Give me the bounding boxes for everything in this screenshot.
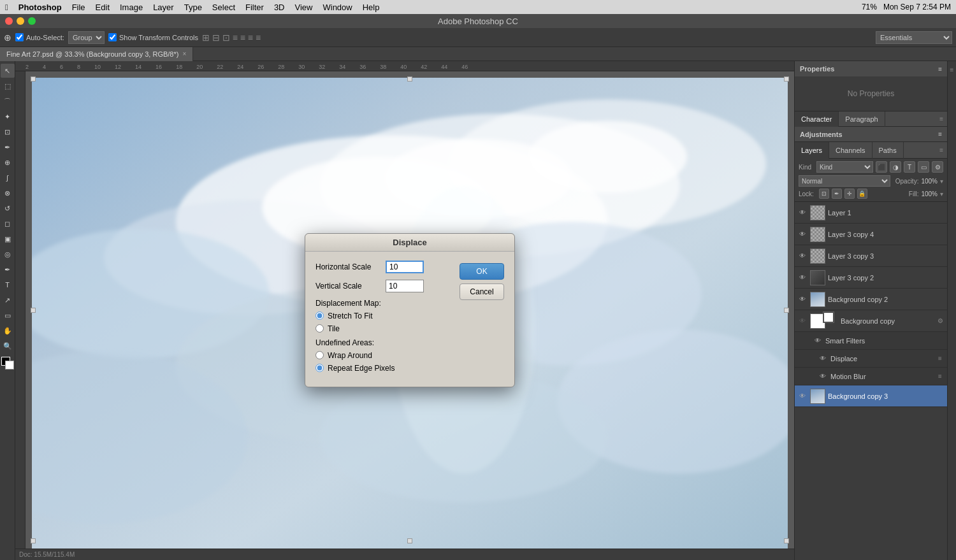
smart-filter-visibility[interactable]: 👁 [813, 336, 823, 346]
tab-character[interactable]: Character [795, 111, 839, 127]
canvas-handle-br[interactable] [784, 538, 789, 543]
auto-select-dropdown[interactable]: Group [68, 31, 105, 44]
foreground-color[interactable] [1, 357, 14, 370]
fill-expand[interactable]: ▾ [940, 190, 943, 197]
filter-type-icon[interactable]: T [904, 161, 915, 173]
document-tab[interactable]: Fine Art 27.psd @ 33.3% (Background copy… [0, 47, 193, 61]
workspace-dropdown[interactable]: Essentials [876, 31, 952, 44]
properties-collapse-icon[interactable]: ≡ [938, 66, 942, 73]
lock-position-icon[interactable]: ✛ [844, 189, 855, 199]
history-brush-tool[interactable]: ↺ [1, 201, 15, 215]
tab-paths[interactable]: Paths [873, 142, 904, 159]
canvas-handle-bl[interactable] [31, 538, 36, 543]
marquee-tool[interactable]: ⬚ [1, 79, 15, 93]
canvas-handle-ml[interactable] [31, 308, 36, 313]
spot-heal-tool[interactable]: ⊕ [1, 155, 15, 169]
text-tool[interactable]: T [1, 278, 15, 292]
layer-item[interactable]: 👁 Background copy 2 [795, 289, 947, 310]
document-tab-close[interactable]: × [182, 50, 186, 57]
layer-visibility-icon[interactable]: 👁 [797, 294, 808, 305]
blend-mode-dropdown[interactable]: Normal [799, 175, 890, 187]
lock-image-icon[interactable]: ✒ [832, 189, 842, 199]
smart-filters-header[interactable]: 👁 Smart Filters [795, 332, 947, 350]
strip-icon[interactable]: ≡ [950, 66, 954, 73]
menu-window[interactable]: Window [322, 3, 352, 12]
hand-tool[interactable]: ✋ [1, 324, 15, 338]
tab-layers[interactable]: Layers [795, 142, 829, 159]
menu-file[interactable]: File [72, 3, 85, 12]
lock-all-icon[interactable]: 🔒 [857, 189, 867, 199]
layer-visibility-icon[interactable]: 👁 [797, 229, 808, 240]
pen-tool[interactable]: ✒ [1, 262, 15, 276]
menu-layer[interactable]: Layer [153, 3, 174, 12]
close-window-button[interactable] [5, 17, 13, 25]
repeat-edge-pixels-radio[interactable] [315, 364, 324, 372]
gradient-tool[interactable]: ▣ [1, 232, 15, 246]
layer-item-active[interactable]: 👁 Background copy 3 [795, 385, 947, 407]
stretch-to-fit-radio[interactable] [315, 312, 324, 320]
quick-select-tool[interactable]: ✦ [1, 110, 15, 124]
layer-item[interactable]: 👁 Layer 3 copy 3 [795, 245, 947, 267]
smart-filter-item[interactable]: 👁 Displace ≡ [795, 350, 947, 368]
ok-button[interactable]: OK [460, 263, 504, 280]
filter-type-dropdown[interactable]: Kind [816, 161, 873, 173]
canvas-handle-tr[interactable] [784, 76, 789, 82]
filter-smart-icon[interactable]: ⚙ [932, 161, 943, 173]
crop-tool[interactable]: ⊡ [1, 125, 15, 139]
layer-visibility-icon[interactable]: 👁 [797, 273, 808, 283]
canvas-handle-mr[interactable] [784, 308, 789, 313]
filter-adjust-icon[interactable]: ◑ [890, 161, 901, 173]
layer-visibility-icon[interactable]: 👁 [797, 208, 808, 218]
lock-transparent-icon[interactable]: ⊡ [819, 189, 829, 199]
layer-options-icon[interactable]: ⚙ [936, 317, 945, 326]
horizontal-scale-input[interactable] [386, 261, 424, 273]
transform-controls-checkbox[interactable] [108, 33, 117, 41]
menu-select[interactable]: Select [212, 3, 235, 12]
layers-panel-options[interactable]: ≡ [939, 147, 943, 154]
layer-item[interactable]: 👁 Background copy ⚙ [795, 310, 947, 332]
menu-3d[interactable]: 3D [274, 3, 285, 12]
auto-select-checkbox[interactable] [15, 33, 24, 41]
layer-item[interactable]: 👁 Layer 3 copy 4 [795, 224, 947, 245]
menu-filter[interactable]: Filter [245, 3, 264, 12]
tab-channels[interactable]: Channels [829, 142, 872, 159]
filter-visibility-icon[interactable]: 👁 [818, 371, 828, 382]
tab-paragraph[interactable]: Paragraph [839, 111, 885, 127]
canvas-handle-tl[interactable] [31, 76, 36, 82]
move-tool[interactable]: ↖ [1, 64, 15, 78]
filter-pixel-icon[interactable]: ⬛ [876, 161, 887, 173]
maximize-window-button[interactable] [28, 17, 36, 25]
filter-visibility-icon[interactable]: 👁 [818, 354, 828, 364]
canvas-handle-tc[interactable] [407, 76, 412, 82]
opacity-expand[interactable]: ▾ [940, 178, 943, 185]
layer-visibility-icon[interactable]: 👁 [797, 251, 808, 261]
wrap-around-radio[interactable] [315, 351, 324, 359]
path-select-tool[interactable]: ↗ [1, 293, 15, 307]
tile-radio[interactable] [315, 324, 324, 333]
layer-item[interactable]: 👁 Layer 3 copy 2 [795, 267, 947, 289]
filter-options-icon[interactable]: ≡ [936, 372, 945, 381]
lasso-tool[interactable]: ⌒ [1, 94, 15, 108]
canvas-viewport[interactable]: Displace Horizontal Scale Vertic [25, 71, 794, 549]
minimize-window-button[interactable] [17, 17, 24, 25]
adjustments-options[interactable]: ≡ [938, 131, 942, 138]
smart-filter-item[interactable]: 👁 Motion Blur ≡ [795, 368, 947, 385]
menu-edit[interactable]: Edit [96, 3, 110, 12]
layer-visibility-icon[interactable]: 👁 [797, 391, 808, 401]
layer-item[interactable]: 👁 Layer 1 [795, 202, 947, 224]
menu-help[interactable]: Help [363, 3, 380, 12]
vertical-scale-input[interactable] [386, 280, 424, 292]
cancel-button[interactable]: Cancel [460, 284, 504, 300]
layer-visibility-icon[interactable]: 👁 [797, 316, 808, 326]
menu-view[interactable]: View [295, 3, 313, 12]
filter-shape-icon[interactable]: ▭ [918, 161, 929, 173]
apple-menu[interactable]:  [5, 3, 8, 12]
canvas-handle-bc[interactable] [407, 538, 412, 543]
menu-image[interactable]: Image [120, 3, 143, 12]
zoom-tool[interactable]: 🔍 [1, 339, 15, 353]
brush-tool[interactable]: ∫ [1, 171, 15, 185]
eyedropper-tool[interactable]: ✒ [1, 140, 15, 154]
clone-stamp-tool[interactable]: ⊗ [1, 186, 15, 200]
filter-options-icon[interactable]: ≡ [936, 354, 945, 363]
shape-tool[interactable]: ▭ [1, 308, 15, 322]
